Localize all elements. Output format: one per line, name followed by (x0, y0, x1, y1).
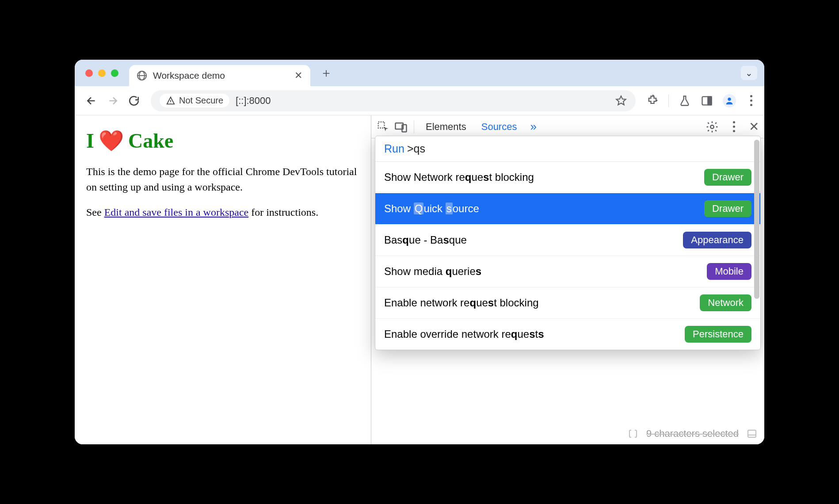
tab-elements[interactable]: Elements (420, 121, 472, 133)
dock-icon[interactable] (747, 428, 757, 439)
more-tabs-icon[interactable]: » (526, 120, 540, 134)
device-toggle-icon[interactable] (394, 120, 408, 134)
devtools-tabs: Elements Sources » ✕ (371, 115, 764, 138)
browser-window: Workspace demo ✕ ＋ ⌄ Not Secure [::]:800… (75, 60, 764, 444)
heading-post: Cake (128, 129, 173, 153)
browser-tab[interactable]: Workspace demo ✕ (129, 65, 310, 86)
command-item-badge: Network (700, 294, 751, 311)
heading-pre: I (86, 129, 94, 153)
content-area: I ❤️ Cake This is the demo page for the … (75, 115, 764, 444)
command-item-label: Basque - Basque (384, 234, 467, 246)
footer-text: 9 characters selected (646, 428, 739, 439)
command-item[interactable]: Enable override network requestsPersiste… (375, 319, 760, 350)
command-item[interactable]: Show Quick sourceDrawer (375, 193, 760, 225)
back-button[interactable] (83, 92, 100, 110)
svg-rect-2 (378, 122, 385, 128)
page-heading: I ❤️ Cake (86, 129, 359, 153)
profile-avatar[interactable] (723, 94, 736, 107)
devtools-footer: 9 characters selected (575, 425, 757, 443)
url-text: [::]:8000 (236, 95, 271, 107)
devtools-close-icon[interactable]: ✕ (749, 119, 759, 134)
command-item-badge: Drawer (704, 169, 751, 186)
command-item[interactable]: Show Network request blockingDrawer (375, 162, 760, 193)
command-item-label: Show Quick source (384, 202, 479, 215)
forward-button[interactable] (104, 92, 122, 110)
address-bar[interactable]: Not Secure [::]:8000 (151, 90, 636, 111)
command-item-label: Show Network request blocking (384, 171, 534, 183)
reload-button[interactable] (125, 92, 143, 110)
command-item-label: Enable override network requests (384, 328, 544, 340)
labs-icon[interactable] (679, 95, 691, 107)
svg-rect-6 (748, 430, 756, 437)
sidepanel-icon[interactable] (701, 95, 713, 107)
command-item[interactable]: Show media queriesMobile (375, 256, 760, 287)
new-tab-button[interactable]: ＋ (320, 65, 332, 81)
globe-icon (137, 71, 147, 80)
inspect-icon[interactable] (377, 120, 390, 134)
page-paragraph-1: This is the demo page for the official C… (86, 164, 359, 195)
brackets-icon (628, 428, 638, 439)
page-paragraph-2: See Edit and save files in a workspace f… (86, 205, 359, 220)
separator (668, 95, 669, 107)
close-icon[interactable] (85, 69, 93, 77)
extensions-icon[interactable] (646, 95, 659, 107)
svg-point-5 (710, 125, 714, 129)
command-query: >qs (407, 142, 425, 155)
security-chip[interactable]: Not Secure (160, 94, 229, 107)
command-item-badge: Appearance (683, 232, 751, 248)
command-item-badge: Mobile (707, 263, 751, 280)
window-controls (85, 69, 118, 77)
bookmark-icon[interactable] (615, 95, 627, 107)
tab-sources[interactable]: Sources (476, 121, 522, 133)
devtools-panel: Elements Sources » ✕ Run >qs Show Networ… (371, 115, 764, 444)
command-list: Show Network request blockingDrawerShow … (375, 162, 760, 350)
titlebar: Workspace demo ✕ ＋ ⌄ (75, 60, 764, 86)
toolbar-actions (646, 94, 756, 107)
command-prefix: Run (384, 142, 404, 155)
separator (414, 120, 414, 134)
scrollbar-thumb[interactable] (754, 140, 759, 299)
page-content: I ❤️ Cake This is the demo page for the … (75, 115, 371, 444)
command-item-label: Show media queries (384, 265, 481, 278)
command-menu: Run >qs Show Network request blockingDra… (375, 136, 761, 350)
browser-menu-icon[interactable] (746, 95, 756, 106)
p2-pre: See (86, 206, 104, 218)
command-item-badge: Persistence (685, 326, 751, 343)
heart-icon: ❤️ (99, 129, 124, 153)
tutorial-link[interactable]: Edit and save files in a workspace (104, 206, 249, 218)
minimize-icon[interactable] (98, 69, 106, 77)
p2-post: for instructions. (248, 206, 318, 218)
devtools-menu-icon[interactable] (728, 121, 739, 132)
tab-dropdown-button[interactable]: ⌄ (741, 66, 757, 80)
command-item-badge: Drawer (704, 200, 751, 217)
tab-title: Workspace demo (153, 70, 225, 81)
tab-close-icon[interactable]: ✕ (294, 70, 302, 81)
security-label: Not Secure (179, 95, 223, 106)
gear-icon[interactable] (706, 120, 719, 134)
svg-point-1 (728, 97, 731, 100)
command-item-label: Enable network request blocking (384, 297, 539, 309)
command-input[interactable]: Run >qs (375, 136, 760, 162)
command-item[interactable]: Basque - BasqueAppearance (375, 225, 760, 256)
toolbar: Not Secure [::]:8000 (75, 86, 764, 115)
command-item[interactable]: Enable network request blockingNetwork (375, 287, 760, 319)
maximize-icon[interactable] (111, 69, 118, 77)
